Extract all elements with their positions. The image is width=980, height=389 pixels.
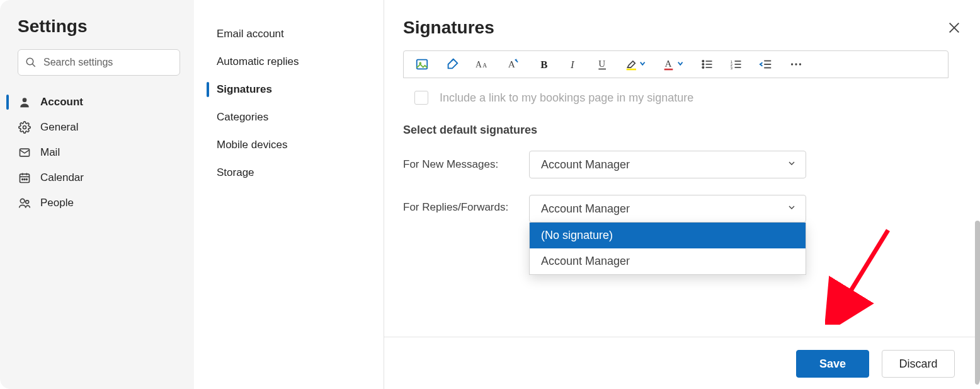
- person-icon: [18, 96, 31, 108]
- format-painter-icon[interactable]: [445, 57, 459, 71]
- nav-item-people[interactable]: People: [0, 190, 194, 216]
- svg-text:A: A: [665, 58, 672, 69]
- svg-point-0: [26, 58, 33, 65]
- svg-rect-25: [627, 69, 636, 71]
- svg-text:A: A: [508, 59, 516, 69]
- new-messages-label: For New Messages:: [403, 158, 520, 171]
- nav-list: Account General Mail Calendar People: [0, 90, 194, 216]
- svg-point-2: [23, 98, 27, 102]
- svg-point-32: [702, 67, 704, 69]
- gear-icon: [18, 121, 31, 134]
- bullet-list-icon[interactable]: [701, 57, 714, 71]
- svg-rect-16: [417, 60, 428, 69]
- nav-label: Account: [40, 96, 83, 108]
- svg-point-30: [702, 64, 704, 66]
- mail-icon: [18, 146, 31, 159]
- svg-text:U: U: [598, 59, 605, 69]
- search-wrap: [18, 49, 180, 76]
- svg-point-45: [799, 63, 801, 65]
- search-icon: [25, 57, 37, 68]
- nav-label: General: [40, 121, 78, 134]
- svg-line-1: [32, 64, 35, 67]
- underline-icon[interactable]: U: [596, 57, 609, 71]
- nav-label: People: [40, 197, 74, 209]
- signature-editor-toolbar: AA A B I U A 123: [403, 50, 949, 78]
- people-icon: [18, 197, 31, 209]
- bookings-link-label: Include a link to my bookings page in my…: [440, 91, 693, 105]
- page-title: Signatures: [403, 18, 494, 38]
- replies-forwards-select[interactable]: Account Manager: [529, 195, 806, 223]
- main-pane: Signatures AA A B I: [384, 0, 980, 389]
- svg-point-43: [791, 63, 793, 65]
- nav-item-calendar[interactable]: Calendar: [0, 165, 194, 190]
- svg-point-10: [24, 179, 25, 180]
- discard-button[interactable]: Discard: [882, 350, 955, 378]
- footer: Save Discard: [384, 337, 980, 389]
- account-subnav: Email account Automatic replies Signatur…: [194, 0, 384, 389]
- chevron-down-icon: [787, 202, 797, 216]
- default-signatures-label: Select default signatures: [403, 124, 961, 137]
- svg-text:I: I: [570, 59, 575, 71]
- subnav-item-signatures[interactable]: Signatures: [194, 76, 384, 103]
- svg-text:A: A: [476, 60, 482, 69]
- subnav-item-mobile-devices[interactable]: Mobile devices: [194, 131, 384, 159]
- replies-forwards-dropdown: (No signature) Account Manager: [529, 223, 806, 275]
- italic-icon[interactable]: I: [567, 57, 580, 71]
- nav-item-general[interactable]: General: [0, 115, 194, 140]
- replies-forwards-row: For Replies/Forwards: Account Manager (N…: [403, 195, 961, 223]
- svg-point-3: [23, 126, 26, 129]
- settings-sidebar: Settings Account General Mail: [0, 0, 194, 389]
- new-messages-value: Account Manager: [541, 158, 630, 171]
- nav-label: Calendar: [40, 171, 84, 184]
- replies-forwards-select-wrap: Account Manager (No signature) Account M…: [529, 195, 806, 223]
- number-list-icon[interactable]: 123: [730, 57, 743, 71]
- highlight-color-icon[interactable]: [625, 57, 647, 71]
- insert-image-icon[interactable]: [415, 57, 429, 71]
- dropdown-option-account-manager[interactable]: Account Manager: [530, 248, 806, 274]
- chevron-down-icon: [787, 158, 797, 171]
- nav-label: Mail: [40, 146, 60, 159]
- svg-rect-5: [20, 174, 30, 182]
- content-scroll: AA A B I U A 123: [403, 50, 961, 337]
- new-messages-select[interactable]: Account Manager: [529, 151, 806, 178]
- subnav-list: Email account Automatic replies Signatur…: [194, 20, 384, 187]
- bookings-link-checkbox-row: Include a link to my bookings page in my…: [414, 91, 961, 105]
- replies-forwards-label: For Replies/Forwards:: [403, 195, 520, 214]
- settings-title: Settings: [0, 16, 194, 49]
- outdent-icon[interactable]: [759, 57, 773, 71]
- svg-point-12: [20, 199, 25, 203]
- svg-point-11: [26, 179, 28, 180]
- subnav-item-storage[interactable]: Storage: [194, 159, 384, 187]
- svg-point-44: [795, 63, 797, 65]
- save-button[interactable]: Save: [796, 350, 869, 378]
- scrollbar[interactable]: [975, 221, 980, 385]
- search-input[interactable]: [18, 49, 180, 76]
- nav-item-mail[interactable]: Mail: [0, 140, 194, 165]
- main-header: Signatures: [403, 18, 961, 50]
- subnav-item-automatic-replies[interactable]: Automatic replies: [194, 48, 384, 76]
- new-messages-row: For New Messages: Account Manager: [403, 151, 961, 178]
- font-color-icon[interactable]: A: [663, 57, 685, 71]
- calendar-icon: [18, 171, 31, 184]
- svg-text:A: A: [482, 62, 487, 69]
- svg-point-13: [26, 200, 29, 204]
- close-icon[interactable]: [947, 21, 961, 35]
- dropdown-option-no-signature[interactable]: (No signature): [530, 223, 806, 248]
- subnav-item-categories[interactable]: Categories: [194, 103, 384, 131]
- replies-forwards-value: Account Manager: [541, 202, 630, 216]
- svg-point-9: [22, 179, 23, 180]
- clear-format-icon[interactable]: A: [507, 57, 522, 71]
- bookings-link-checkbox[interactable]: [414, 91, 428, 105]
- subnav-item-email-account[interactable]: Email account: [194, 20, 384, 48]
- svg-rect-27: [664, 69, 673, 71]
- more-options-icon[interactable]: [789, 57, 803, 71]
- svg-text:3: 3: [731, 66, 732, 70]
- nav-item-account[interactable]: Account: [0, 90, 194, 115]
- font-size-icon[interactable]: AA: [476, 57, 491, 71]
- bold-icon[interactable]: B: [538, 57, 551, 71]
- svg-text:B: B: [540, 59, 547, 71]
- svg-point-28: [702, 61, 704, 62]
